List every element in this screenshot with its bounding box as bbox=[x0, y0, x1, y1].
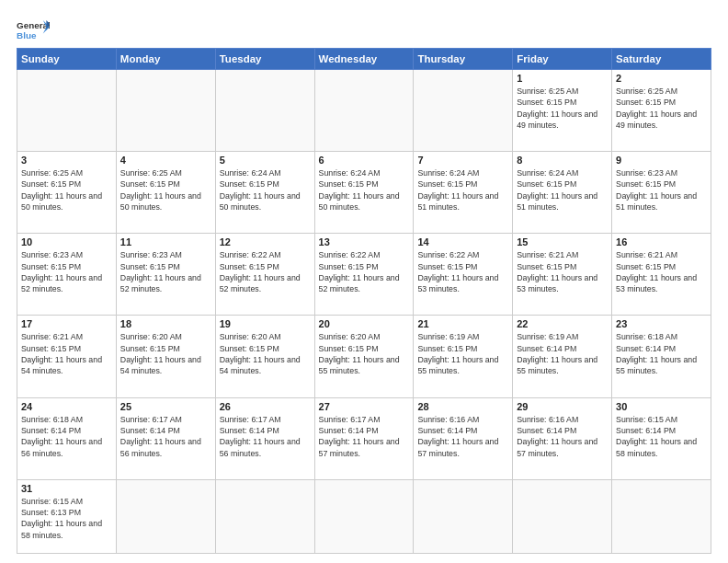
calendar-cell: 27Sunrise: 6:17 AM Sunset: 6:14 PM Dayli… bbox=[314, 397, 414, 479]
day-info: Sunrise: 6:17 AM Sunset: 6:14 PM Dayligh… bbox=[220, 414, 311, 459]
calendar-cell: 15Sunrise: 6:21 AM Sunset: 6:15 PM Dayli… bbox=[513, 234, 612, 316]
weekday-header-saturday: Saturday bbox=[612, 49, 711, 70]
calendar-cell bbox=[612, 479, 711, 553]
day-number: 18 bbox=[120, 318, 211, 329]
day-info: Sunrise: 6:21 AM Sunset: 6:15 PM Dayligh… bbox=[517, 249, 608, 294]
calendar-week-6: 31Sunrise: 6:15 AM Sunset: 6:13 PM Dayli… bbox=[17, 479, 711, 553]
calendar-cell: 1Sunrise: 6:25 AM Sunset: 6:15 PM Daylig… bbox=[513, 70, 612, 152]
logo: General Blue bbox=[17, 17, 50, 42]
day-info: Sunrise: 6:17 AM Sunset: 6:14 PM Dayligh… bbox=[120, 414, 211, 459]
day-number: 20 bbox=[319, 318, 410, 329]
weekday-header-sunday: Sunday bbox=[17, 49, 117, 70]
calendar-cell: 31Sunrise: 6:15 AM Sunset: 6:13 PM Dayli… bbox=[17, 479, 117, 553]
calendar-cell bbox=[513, 479, 612, 553]
calendar-cell: 25Sunrise: 6:17 AM Sunset: 6:14 PM Dayli… bbox=[116, 397, 215, 479]
calendar-cell: 5Sunrise: 6:24 AM Sunset: 6:15 PM Daylig… bbox=[215, 152, 314, 234]
day-info: Sunrise: 6:19 AM Sunset: 6:14 PM Dayligh… bbox=[517, 331, 608, 376]
day-info: Sunrise: 6:19 AM Sunset: 6:15 PM Dayligh… bbox=[417, 331, 508, 376]
calendar-cell bbox=[116, 479, 215, 553]
day-info: Sunrise: 6:22 AM Sunset: 6:15 PM Dayligh… bbox=[417, 249, 508, 294]
calendar-cell: 14Sunrise: 6:22 AM Sunset: 6:15 PM Dayli… bbox=[414, 234, 513, 316]
day-number: 28 bbox=[417, 401, 508, 412]
day-number: 11 bbox=[120, 236, 211, 247]
calendar-cell: 22Sunrise: 6:19 AM Sunset: 6:14 PM Dayli… bbox=[513, 316, 612, 397]
calendar-cell bbox=[215, 479, 314, 553]
day-info: Sunrise: 6:20 AM Sunset: 6:15 PM Dayligh… bbox=[220, 331, 311, 376]
day-info: Sunrise: 6:24 AM Sunset: 6:15 PM Dayligh… bbox=[417, 167, 508, 213]
calendar-cell: 3Sunrise: 6:25 AM Sunset: 6:15 PM Daylig… bbox=[17, 152, 117, 234]
weekday-header-monday: Monday bbox=[116, 49, 215, 70]
day-number: 12 bbox=[220, 236, 311, 247]
generalblue-logo-icon: General Blue bbox=[17, 17, 50, 42]
svg-text:Blue: Blue bbox=[17, 30, 37, 40]
day-info: Sunrise: 6:20 AM Sunset: 6:15 PM Dayligh… bbox=[120, 331, 211, 376]
calendar-week-5: 24Sunrise: 6:18 AM Sunset: 6:14 PM Dayli… bbox=[17, 397, 711, 479]
calendar-week-2: 3Sunrise: 6:25 AM Sunset: 6:15 PM Daylig… bbox=[17, 152, 711, 234]
calendar-cell: 13Sunrise: 6:22 AM Sunset: 6:15 PM Dayli… bbox=[314, 234, 414, 316]
day-number: 13 bbox=[319, 236, 410, 247]
calendar-cell bbox=[414, 70, 513, 152]
day-info: Sunrise: 6:18 AM Sunset: 6:14 PM Dayligh… bbox=[616, 331, 707, 376]
weekday-header-tuesday: Tuesday bbox=[215, 49, 314, 70]
calendar-cell: 8Sunrise: 6:24 AM Sunset: 6:15 PM Daylig… bbox=[513, 152, 612, 234]
calendar-cell: 6Sunrise: 6:24 AM Sunset: 6:15 PM Daylig… bbox=[314, 152, 414, 234]
calendar-cell: 9Sunrise: 6:23 AM Sunset: 6:15 PM Daylig… bbox=[612, 152, 711, 234]
calendar-cell bbox=[314, 479, 414, 553]
day-number: 17 bbox=[21, 318, 112, 329]
day-info: Sunrise: 6:25 AM Sunset: 6:15 PM Dayligh… bbox=[21, 167, 112, 213]
calendar-cell: 16Sunrise: 6:21 AM Sunset: 6:15 PM Dayli… bbox=[612, 234, 711, 316]
day-number: 2 bbox=[616, 73, 707, 84]
day-number: 3 bbox=[21, 155, 112, 166]
day-number: 16 bbox=[616, 236, 707, 247]
calendar-cell: 12Sunrise: 6:22 AM Sunset: 6:15 PM Dayli… bbox=[215, 234, 314, 316]
day-info: Sunrise: 6:22 AM Sunset: 6:15 PM Dayligh… bbox=[220, 249, 311, 294]
day-info: Sunrise: 6:17 AM Sunset: 6:14 PM Dayligh… bbox=[319, 414, 410, 459]
day-info: Sunrise: 6:23 AM Sunset: 6:15 PM Dayligh… bbox=[120, 249, 211, 294]
weekday-header-friday: Friday bbox=[513, 49, 612, 70]
calendar-cell: 17Sunrise: 6:21 AM Sunset: 6:15 PM Dayli… bbox=[17, 316, 117, 397]
day-info: Sunrise: 6:25 AM Sunset: 6:15 PM Dayligh… bbox=[517, 86, 608, 131]
day-number: 8 bbox=[517, 155, 608, 166]
day-info: Sunrise: 6:23 AM Sunset: 6:15 PM Dayligh… bbox=[616, 167, 707, 213]
day-info: Sunrise: 6:22 AM Sunset: 6:15 PM Dayligh… bbox=[319, 249, 410, 294]
calendar-week-4: 17Sunrise: 6:21 AM Sunset: 6:15 PM Dayli… bbox=[17, 316, 711, 397]
calendar-cell: 18Sunrise: 6:20 AM Sunset: 6:15 PM Dayli… bbox=[116, 316, 215, 397]
calendar-week-1: 1Sunrise: 6:25 AM Sunset: 6:15 PM Daylig… bbox=[17, 70, 711, 152]
calendar-week-3: 10Sunrise: 6:23 AM Sunset: 6:15 PM Dayli… bbox=[17, 234, 711, 316]
calendar-cell: 19Sunrise: 6:20 AM Sunset: 6:15 PM Dayli… bbox=[215, 316, 314, 397]
calendar-cell bbox=[17, 70, 117, 152]
day-number: 21 bbox=[417, 318, 508, 329]
calendar-cell: 11Sunrise: 6:23 AM Sunset: 6:15 PM Dayli… bbox=[116, 234, 215, 316]
day-number: 4 bbox=[120, 155, 211, 166]
day-info: Sunrise: 6:18 AM Sunset: 6:14 PM Dayligh… bbox=[21, 414, 112, 459]
calendar-table: SundayMondayTuesdayWednesdayThursdayFrid… bbox=[17, 48, 711, 554]
day-info: Sunrise: 6:25 AM Sunset: 6:15 PM Dayligh… bbox=[120, 167, 211, 213]
weekday-header-wednesday: Wednesday bbox=[314, 49, 414, 70]
day-number: 24 bbox=[21, 401, 112, 412]
day-number: 26 bbox=[220, 401, 311, 412]
day-info: Sunrise: 6:24 AM Sunset: 6:15 PM Dayligh… bbox=[319, 167, 410, 213]
calendar-cell: 20Sunrise: 6:20 AM Sunset: 6:15 PM Dayli… bbox=[314, 316, 414, 397]
weekday-header-row: SundayMondayTuesdayWednesdayThursdayFrid… bbox=[17, 49, 711, 70]
day-number: 5 bbox=[220, 155, 311, 166]
day-number: 19 bbox=[220, 318, 311, 329]
day-info: Sunrise: 6:21 AM Sunset: 6:15 PM Dayligh… bbox=[21, 331, 112, 376]
calendar-cell: 2Sunrise: 6:25 AM Sunset: 6:15 PM Daylig… bbox=[612, 70, 711, 152]
day-info: Sunrise: 6:16 AM Sunset: 6:14 PM Dayligh… bbox=[517, 414, 608, 459]
day-info: Sunrise: 6:24 AM Sunset: 6:15 PM Dayligh… bbox=[220, 167, 311, 213]
day-number: 7 bbox=[417, 155, 508, 166]
day-number: 25 bbox=[120, 401, 211, 412]
day-info: Sunrise: 6:20 AM Sunset: 6:15 PM Dayligh… bbox=[319, 331, 410, 376]
calendar-cell: 10Sunrise: 6:23 AM Sunset: 6:15 PM Dayli… bbox=[17, 234, 117, 316]
day-number: 23 bbox=[616, 318, 707, 329]
day-info: Sunrise: 6:16 AM Sunset: 6:14 PM Dayligh… bbox=[417, 414, 508, 459]
calendar-cell: 24Sunrise: 6:18 AM Sunset: 6:14 PM Dayli… bbox=[17, 397, 117, 479]
calendar-cell: 7Sunrise: 6:24 AM Sunset: 6:15 PM Daylig… bbox=[414, 152, 513, 234]
day-info: Sunrise: 6:15 AM Sunset: 6:14 PM Dayligh… bbox=[616, 414, 707, 459]
day-info: Sunrise: 6:21 AM Sunset: 6:15 PM Dayligh… bbox=[616, 249, 707, 294]
header: General Blue bbox=[17, 17, 711, 42]
calendar-cell: 29Sunrise: 6:16 AM Sunset: 6:14 PM Dayli… bbox=[513, 397, 612, 479]
day-number: 27 bbox=[319, 401, 410, 412]
calendar-cell: 28Sunrise: 6:16 AM Sunset: 6:14 PM Dayli… bbox=[414, 397, 513, 479]
calendar-cell: 4Sunrise: 6:25 AM Sunset: 6:15 PM Daylig… bbox=[116, 152, 215, 234]
